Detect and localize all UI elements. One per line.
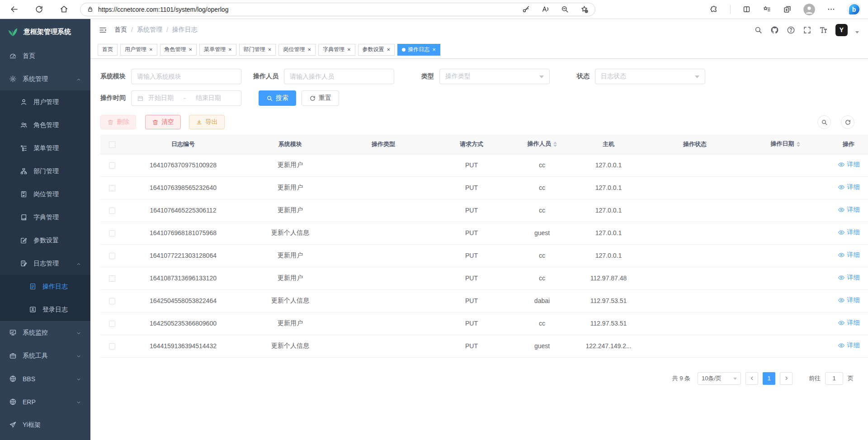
select-all-checkbox[interactable] — [109, 142, 115, 148]
sidebar-item[interactable]: 角色管理 — [0, 114, 90, 137]
tab-item[interactable]: 菜单管理× — [199, 44, 236, 56]
sidebar-item[interactable]: 系统管理 — [0, 67, 90, 90]
row-checkbox[interactable] — [109, 208, 115, 214]
add-favorite-icon[interactable] — [580, 5, 589, 14]
sidebar-item[interactable]: 日志管理 — [0, 252, 90, 275]
detail-link[interactable]: 详细 — [838, 274, 860, 282]
row-checkbox[interactable] — [109, 298, 115, 304]
row-checkbox[interactable] — [109, 253, 115, 259]
sidebar-item[interactable]: 登录日志 — [0, 298, 90, 321]
module-input[interactable] — [131, 69, 241, 84]
row-checkbox[interactable] — [109, 230, 115, 237]
sidebar-item[interactable]: 操作日志 — [0, 275, 90, 298]
tab-close-icon[interactable]: × — [228, 47, 232, 52]
sidebar-item[interactable]: 首页 — [0, 44, 90, 67]
status-select[interactable]: 日志状态 — [595, 69, 705, 84]
tab-item[interactable]: 首页 — [98, 44, 118, 56]
sidebar-item[interactable]: 岗位管理 — [0, 183, 90, 206]
avatar-caret-icon[interactable] — [855, 31, 859, 35]
row-checkbox[interactable] — [109, 321, 115, 327]
detail-link[interactable]: 详细 — [838, 161, 860, 169]
search-icon[interactable] — [754, 26, 763, 34]
tab-close-icon[interactable]: × — [432, 47, 436, 52]
export-button[interactable]: 导出 — [189, 115, 225, 129]
refresh-table-button[interactable] — [841, 115, 854, 129]
detail-link[interactable]: 详细 — [838, 296, 860, 304]
toggle-search-button[interactable] — [817, 115, 831, 129]
prev-page-button[interactable] — [745, 372, 758, 385]
operator-input[interactable] — [284, 69, 394, 84]
tab-active[interactable]: 操作日志× — [397, 44, 440, 56]
goto-page-input[interactable] — [825, 372, 843, 385]
more-options-icon[interactable] — [827, 5, 835, 14]
collections-icon[interactable] — [783, 5, 792, 14]
detail-link[interactable]: 详细 — [838, 341, 860, 350]
sidebar-item[interactable]: 部门管理 — [0, 160, 90, 183]
detail-link[interactable]: 详细 — [838, 183, 860, 191]
lock-icon — [87, 6, 94, 13]
tab-close-icon[interactable]: × — [307, 47, 311, 52]
clear-button[interactable]: 清空 — [145, 115, 181, 129]
detail-link[interactable]: 详细 — [838, 319, 860, 327]
breadcrumb-system[interactable]: 系统管理 — [137, 26, 162, 34]
tab-item[interactable]: 参数设置× — [358, 44, 395, 56]
user-avatar-logo[interactable]: Y — [835, 24, 848, 36]
page-size-select[interactable]: 10条/页 — [698, 372, 741, 385]
sidebar-item[interactable]: 系统监控 — [0, 321, 90, 344]
reset-button[interactable]: 重置 — [302, 90, 339, 106]
tab-close-icon[interactable]: × — [189, 47, 193, 52]
help-icon[interactable] — [787, 26, 795, 34]
date-range-picker[interactable]: 开始日期 - 结束日期 — [131, 90, 241, 106]
sidebar-item[interactable]: BBS — [0, 367, 90, 390]
tab-item[interactable]: 角色管理× — [160, 44, 197, 56]
tab-item[interactable]: 部门管理× — [239, 44, 276, 56]
row-checkbox[interactable] — [109, 185, 115, 191]
detail-link[interactable]: 详细 — [838, 228, 860, 237]
header-cell[interactable]: 操作人员 — [514, 135, 570, 154]
sort-carets-icon[interactable] — [553, 140, 557, 149]
fullscreen-icon[interactable] — [803, 26, 811, 34]
tab-item[interactable]: 字典管理× — [318, 44, 355, 56]
github-icon[interactable] — [770, 26, 779, 34]
refresh-icon[interactable] — [35, 5, 43, 14]
password-key-icon[interactable] — [522, 5, 530, 14]
sidebar-item[interactable]: ERP — [0, 390, 90, 413]
detail-link[interactable]: 详细 — [838, 206, 860, 214]
tab-close-icon[interactable]: × — [387, 47, 391, 52]
tab-item[interactable]: 用户管理× — [120, 44, 157, 56]
sort-carets-icon[interactable] — [797, 140, 800, 149]
extensions-icon[interactable] — [710, 5, 718, 14]
split-screen-icon[interactable] — [742, 5, 751, 14]
next-page-button[interactable] — [780, 372, 793, 385]
tab-close-icon[interactable]: × — [347, 47, 351, 52]
sidebar-item[interactable]: 系统工具 — [0, 344, 90, 367]
sidebar-item[interactable]: 参数设置 — [0, 229, 90, 252]
back-icon[interactable] — [10, 5, 19, 14]
favorites-icon[interactable] — [763, 5, 771, 14]
copilot-icon[interactable]: b — [847, 3, 861, 16]
sidebar-item[interactable]: Yi框架 — [0, 413, 90, 436]
row-checkbox[interactable] — [109, 275, 115, 282]
breadcrumb-home[interactable]: 首页 — [114, 26, 127, 34]
address-bar[interactable]: https://ccnetcore.com:1101/system/log/op… — [80, 3, 595, 16]
row-checkbox[interactable] — [109, 162, 115, 169]
zoom-icon[interactable] — [561, 5, 569, 14]
tab-close-icon[interactable]: × — [268, 47, 272, 52]
detail-link[interactable]: 详细 — [838, 251, 860, 259]
profile-avatar[interactable] — [803, 4, 815, 15]
search-button[interactable]: 搜索 — [259, 90, 296, 106]
tab-item[interactable]: 岗位管理× — [278, 44, 316, 56]
font-size-icon[interactable] — [819, 26, 828, 34]
sidebar-item[interactable]: 菜单管理 — [0, 137, 90, 160]
sidebar-item[interactable]: 用户管理 — [0, 90, 90, 114]
delete-button[interactable]: 删除 — [100, 115, 136, 129]
tab-close-icon[interactable]: × — [149, 47, 153, 52]
row-checkbox[interactable] — [109, 343, 115, 350]
header-cell[interactable]: 操作日期 — [742, 135, 828, 154]
read-aloud-icon[interactable] — [541, 5, 550, 14]
sidebar-item[interactable]: 字典管理 — [0, 206, 90, 229]
collapse-sidebar-icon[interactable] — [99, 26, 107, 34]
page-1-button[interactable]: 1 — [763, 372, 775, 385]
type-select[interactable]: 操作类型 — [439, 69, 550, 84]
home-icon[interactable] — [60, 5, 68, 14]
